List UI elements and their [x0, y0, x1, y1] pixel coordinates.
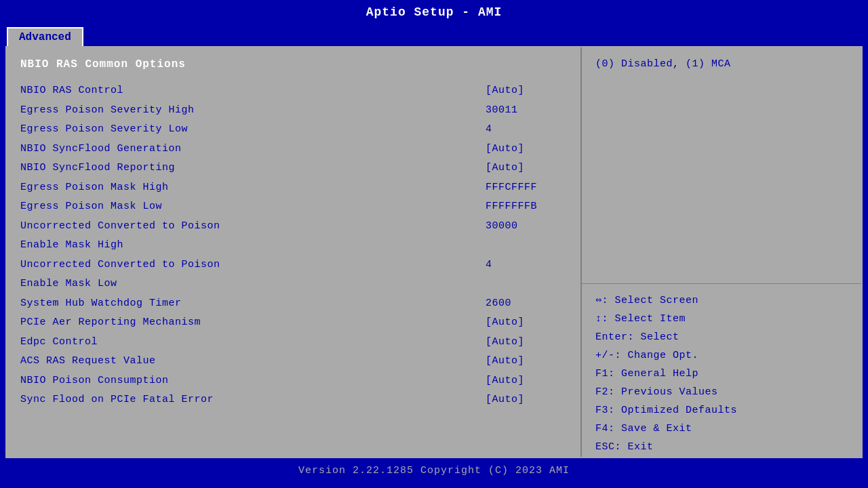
menu-item-sync-flood-pcie[interactable]: Sync Flood on PCIe Fatal Error [Auto] — [20, 390, 567, 410]
item-label: System Hub Watchdog Timer — [20, 296, 182, 312]
key-plus-minus: +/-: Change Opt. — [595, 350, 698, 361]
key-enter: Enter: Select — [595, 331, 679, 343]
menu-item-egress-mask-low[interactable]: Egress Poison Mask Low FFFFFFFB — [20, 197, 567, 217]
item-value: FFFFFFFB — [486, 199, 567, 215]
footer-text: Version 2.22.1285 Copyright (C) 2023 AMI — [298, 465, 570, 476]
item-value: [Auto] — [486, 354, 567, 369]
key-arrow-ud: ↕: Select Item — [595, 313, 686, 325]
item-value — [486, 238, 567, 253]
key-help-change-opt: +/-: Change Opt. — [595, 346, 737, 365]
right-panel: (0) Disabled, (1) MCA ⇔: Select Screen ↕… — [582, 47, 861, 457]
item-value: [Auto] — [486, 83, 567, 99]
menu-item-egress-mask-high[interactable]: Egress Poison Mask High FFFCFFFF — [20, 178, 567, 198]
menu-item-nbio-poison[interactable]: NBIO Poison Consumption [Auto] — [20, 371, 567, 391]
main-content: NBIO RAS Common Options NBIO RAS Control… — [5, 46, 863, 458]
item-label: ACS RAS Request Value — [20, 354, 156, 369]
key-f3: F3: Optimized Defaults — [595, 405, 737, 416]
item-value: 30011 — [486, 103, 567, 119]
key-help-f4: F4: Save & Exit — [595, 420, 737, 438]
key-f1: F1: General Help — [595, 368, 698, 380]
menu-item-acs-ras[interactable]: ACS RAS Request Value [Auto] — [20, 352, 567, 371]
menu-item-egress-poison-low[interactable]: Egress Poison Severity Low 4 — [20, 120, 567, 140]
left-panel: NBIO RAS Common Options NBIO RAS Control… — [7, 47, 582, 457]
item-value: 4 — [486, 258, 567, 273]
item-label: NBIO SyncFlood Reporting — [20, 161, 175, 176]
footer: Version 2.22.1285 Copyright (C) 2023 AMI — [0, 460, 868, 482]
item-label: NBIO RAS Control — [20, 83, 123, 99]
menu-item-uncorrected-converted-high[interactable]: Uncorrected Converted to Poison 30000 — [20, 217, 567, 237]
menu-item-egress-poison-high[interactable]: Egress Poison Severity High 30011 — [20, 101, 567, 121]
item-label: Enable Mask High — [20, 238, 123, 253]
item-value: 2600 — [486, 296, 567, 312]
item-label: Edpc Control — [20, 335, 98, 350]
menu-item-syncflood-rep[interactable]: NBIO SyncFlood Reporting [Auto] — [20, 159, 567, 178]
app-title: Aptio Setup - AMI — [366, 5, 502, 19]
item-label: Egress Poison Mask High — [20, 180, 169, 196]
item-label: Uncorrected Converted to Poison — [20, 219, 220, 235]
item-value: FFFCFFFF — [486, 180, 567, 196]
key-help-enter: Enter: Select — [595, 328, 737, 346]
title-bar: Aptio Setup - AMI — [0, 0, 868, 24]
key-help-f2: F2: Previous Values — [595, 383, 737, 401]
help-description: (0) Disabled, (1) MCA — [595, 58, 848, 70]
menu-item-watchdog-timer[interactable]: System Hub Watchdog Timer 2600 — [20, 294, 567, 314]
item-value — [486, 277, 567, 292]
item-value: [Auto] — [486, 392, 567, 408]
key-esc: ESC: Exit — [595, 441, 654, 453]
item-label: PCIe Aer Reporting Mechanism — [20, 315, 201, 331]
tab-bar: Advanced — [0, 24, 868, 46]
item-value: [Auto] — [486, 142, 567, 157]
menu-item-pcie-aer[interactable]: PCIe Aer Reporting Mechanism [Auto] — [20, 313, 567, 333]
item-value: [Auto] — [486, 373, 567, 389]
item-label: NBIO Poison Consumption — [20, 373, 169, 389]
key-help-esc: ESC: Exit — [595, 438, 737, 456]
item-label: Enable Mask Low — [20, 277, 117, 292]
key-f2: F2: Previous Values — [595, 386, 718, 398]
item-value: [Auto] — [486, 335, 567, 350]
menu-item-nbio-ras-control[interactable]: NBIO RAS Control [Auto] — [20, 81, 567, 101]
key-arrow-lr: ⇔: Select Screen — [595, 295, 698, 306]
menu-item-enable-mask-low[interactable]: Enable Mask Low — [20, 274, 567, 294]
key-help-f3: F3: Optimized Defaults — [595, 401, 737, 420]
item-label: Sync Flood on PCIe Fatal Error — [20, 392, 214, 408]
key-help-select-item: ↕: Select Item — [595, 310, 737, 328]
key-f4: F4: Save & Exit — [595, 423, 692, 434]
tab-advanced[interactable]: Advanced — [7, 27, 83, 46]
key-help-select-screen: ⇔: Select Screen — [595, 291, 737, 310]
item-value: 4 — [486, 122, 567, 138]
menu-item-uncorrected-converted-low[interactable]: Uncorrected Converted to Poison 4 — [20, 256, 567, 275]
key-help-f1: F1: General Help — [595, 365, 737, 383]
menu-item-edpc-control[interactable]: Edpc Control [Auto] — [20, 333, 567, 352]
item-label: Uncorrected Converted to Poison — [20, 258, 220, 273]
item-value: 30000 — [486, 219, 567, 235]
item-label: NBIO SyncFlood Generation — [20, 142, 182, 157]
menu-item-syncflood-gen[interactable]: NBIO SyncFlood Generation [Auto] — [20, 140, 567, 159]
item-label: Egress Poison Severity High — [20, 103, 195, 119]
item-label: Egress Poison Mask Low — [20, 199, 162, 215]
item-value: [Auto] — [486, 315, 567, 331]
menu-item-enable-mask-high[interactable]: Enable Mask High — [20, 236, 567, 256]
item-value: [Auto] — [486, 161, 567, 176]
item-label: Egress Poison Severity Low — [20, 122, 188, 138]
section-title: NBIO RAS Common Options — [20, 58, 567, 70]
divider — [582, 283, 861, 284]
